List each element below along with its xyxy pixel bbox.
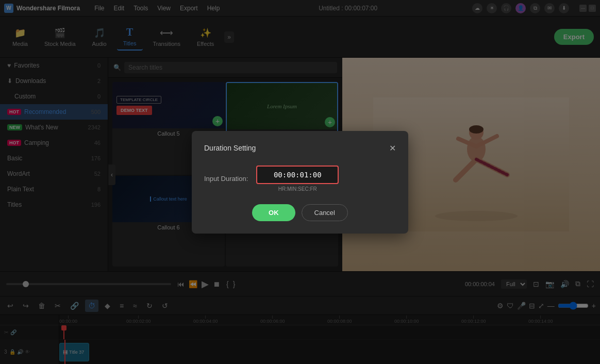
duration-input-container: HR:MIN:SEC:FR: [256, 166, 339, 192]
duration-setting-modal: Duration Setting ✕ Input Duration: HR:MI…: [192, 131, 408, 234]
cancel-button[interactable]: Cancel: [302, 204, 348, 221]
modal-footer: OK Cancel: [204, 204, 396, 221]
ok-button[interactable]: OK: [252, 204, 295, 221]
modal-title: Duration Setting: [204, 144, 256, 152]
modal-hint: HR:MIN:SEC:FR: [256, 186, 339, 192]
modal-header: Duration Setting ✕: [204, 143, 396, 153]
modal-overlay: Duration Setting ✕ Input Duration: HR:MI…: [0, 0, 600, 364]
duration-input[interactable]: [256, 166, 339, 184]
modal-close-button[interactable]: ✕: [389, 143, 396, 153]
modal-label: Input Duration:: [204, 175, 248, 183]
modal-body: Input Duration: HR:MIN:SEC:FR: [204, 166, 396, 192]
